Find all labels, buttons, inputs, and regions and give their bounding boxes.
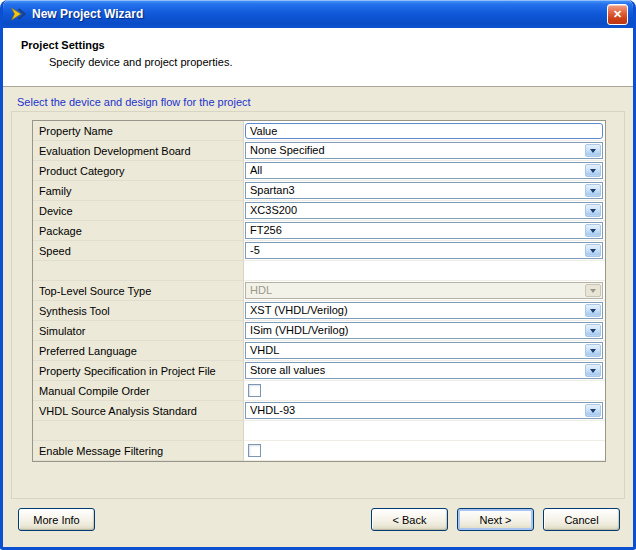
chevron-down-icon <box>590 349 596 353</box>
table-row: Evaluation Development BoardNone Specifi… <box>33 141 605 161</box>
dropdown-arrow-icon[interactable] <box>585 364 601 377</box>
property-value-cell: All <box>244 161 605 181</box>
new-project-wizard-window: New Project Wizard ✕ Project Settings Sp… <box>0 0 636 550</box>
column-header-value-box: Value <box>245 123 603 139</box>
table-row: PackageFT256 <box>33 221 605 241</box>
dropdown-arrow-icon[interactable] <box>585 224 601 237</box>
column-header-value: Value <box>244 121 605 141</box>
wizard-header: Project Settings Specify device and proj… <box>3 28 633 87</box>
table-row: Top-Level Source TypeHDL <box>33 281 605 301</box>
table-header-row: Property Name Value <box>33 121 605 141</box>
dropdown-arrow-icon[interactable] <box>585 244 601 257</box>
property-name-cell: Manual Compile Order <box>33 381 244 401</box>
dropdown-arrow-icon[interactable] <box>585 324 601 337</box>
combo-value: Spartan3 <box>246 183 584 198</box>
next-button[interactable]: Next > <box>457 508 534 531</box>
combo-device[interactable]: XC3S200 <box>245 202 603 219</box>
property-value-cell: -5 <box>244 241 605 261</box>
property-value-cell <box>244 381 605 401</box>
combo-value: None Specified <box>246 143 584 158</box>
button-bar: More Info < Back Next > Cancel <box>3 499 633 531</box>
table-row-empty <box>33 421 605 441</box>
property-name-cell: VHDL Source Analysis Standard <box>33 401 244 421</box>
close-button[interactable]: ✕ <box>607 4 628 25</box>
property-name-cell: Property Specification in Project File <box>33 361 244 381</box>
chevron-down-icon <box>590 249 596 253</box>
back-button[interactable]: < Back <box>371 508 448 531</box>
close-icon: ✕ <box>613 9 622 20</box>
chevron-down-icon <box>590 289 596 293</box>
property-name-cell: Package <box>33 221 244 241</box>
combo-value: FT256 <box>246 223 584 238</box>
checkbox-manual-compile-order[interactable] <box>248 384 261 397</box>
window-title: New Project Wizard <box>32 7 607 21</box>
property-table-body: Evaluation Development BoardNone Specifi… <box>33 141 605 461</box>
chevron-down-icon <box>590 149 596 153</box>
dropdown-arrow-icon[interactable] <box>585 164 601 177</box>
combo-value: All <box>246 163 584 178</box>
property-value-cell <box>244 441 605 461</box>
cancel-button[interactable]: Cancel <box>543 508 620 531</box>
property-name-cell <box>33 261 244 281</box>
dropdown-arrow-icon[interactable] <box>585 184 601 197</box>
combo-property-specification-in-project-file[interactable]: Store all values <box>245 362 603 379</box>
property-value-cell <box>244 261 605 281</box>
more-info-button[interactable]: More Info <box>18 508 95 531</box>
property-name-cell: Simulator <box>33 321 244 341</box>
dropdown-arrow-icon[interactable] <box>585 304 601 317</box>
property-table: Property Name Value Evaluation Developme… <box>32 120 606 462</box>
combo-value: -5 <box>246 243 584 258</box>
dropdown-arrow-icon[interactable] <box>585 404 601 417</box>
property-name-cell: Speed <box>33 241 244 261</box>
combo-preferred-language[interactable]: VHDL <box>245 342 603 359</box>
property-name-cell: Top-Level Source Type <box>33 281 244 301</box>
table-row: DeviceXC3S200 <box>33 201 605 221</box>
combo-synthesis-tool[interactable]: XST (VHDL/Verilog) <box>245 302 603 319</box>
chevron-down-icon <box>590 229 596 233</box>
table-row: Product CategoryAll <box>33 161 605 181</box>
column-header-property-name: Property Name <box>33 121 244 141</box>
wizard-app-icon <box>9 5 27 23</box>
dropdown-arrow-icon[interactable] <box>585 204 601 217</box>
combo-value: Store all values <box>246 363 584 378</box>
property-value-cell: Spartan3 <box>244 181 605 201</box>
chevron-down-icon <box>590 369 596 373</box>
title-bar[interactable]: New Project Wizard ✕ <box>3 0 633 28</box>
property-value-cell: Store all values <box>244 361 605 381</box>
property-value-cell: XST (VHDL/Verilog) <box>244 301 605 321</box>
checkbox-enable-message-filtering[interactable] <box>248 444 261 457</box>
combo-simulator[interactable]: ISim (VHDL/Verilog) <box>245 322 603 339</box>
property-value-cell <box>244 421 605 441</box>
property-value-cell: ISim (VHDL/Verilog) <box>244 321 605 341</box>
property-value-cell: VHDL-93 <box>244 401 605 421</box>
combo-value: ISim (VHDL/Verilog) <box>246 323 584 338</box>
page-title: Project Settings <box>21 39 633 51</box>
property-name-cell: Family <box>33 181 244 201</box>
property-value-cell: FT256 <box>244 221 605 241</box>
combo-value: VHDL <box>246 343 584 358</box>
chevron-down-icon <box>590 209 596 213</box>
property-name-cell: Preferred Language <box>33 341 244 361</box>
combo-package[interactable]: FT256 <box>245 222 603 239</box>
combo-speed[interactable]: -5 <box>245 242 603 259</box>
property-value-cell: None Specified <box>244 141 605 161</box>
dropdown-arrow-icon[interactable] <box>585 144 601 157</box>
combo-family[interactable]: Spartan3 <box>245 182 603 199</box>
table-row: Synthesis ToolXST (VHDL/Verilog) <box>33 301 605 321</box>
table-row: Property Specification in Project FileSt… <box>33 361 605 381</box>
section-label: Select the device and design flow for th… <box>17 96 619 108</box>
combo-vhdl-source-analysis-standard[interactable]: VHDL-93 <box>245 402 603 419</box>
table-row: Preferred LanguageVHDL <box>33 341 605 361</box>
property-value-cell: XC3S200 <box>244 201 605 221</box>
page-subtitle: Specify device and project properties. <box>49 56 633 68</box>
property-value-cell: VHDL <box>244 341 605 361</box>
combo-value: VHDL-93 <box>246 403 584 418</box>
combo-evaluation-development-board[interactable]: None Specified <box>245 142 603 159</box>
property-name-cell: Product Category <box>33 161 244 181</box>
combo-value: XST (VHDL/Verilog) <box>246 303 584 318</box>
dropdown-arrow-icon <box>585 284 601 297</box>
combo-product-category[interactable]: All <box>245 162 603 179</box>
chevron-down-icon <box>590 409 596 413</box>
property-name-cell: Enable Message Filtering <box>33 441 244 461</box>
dropdown-arrow-icon[interactable] <box>585 344 601 357</box>
